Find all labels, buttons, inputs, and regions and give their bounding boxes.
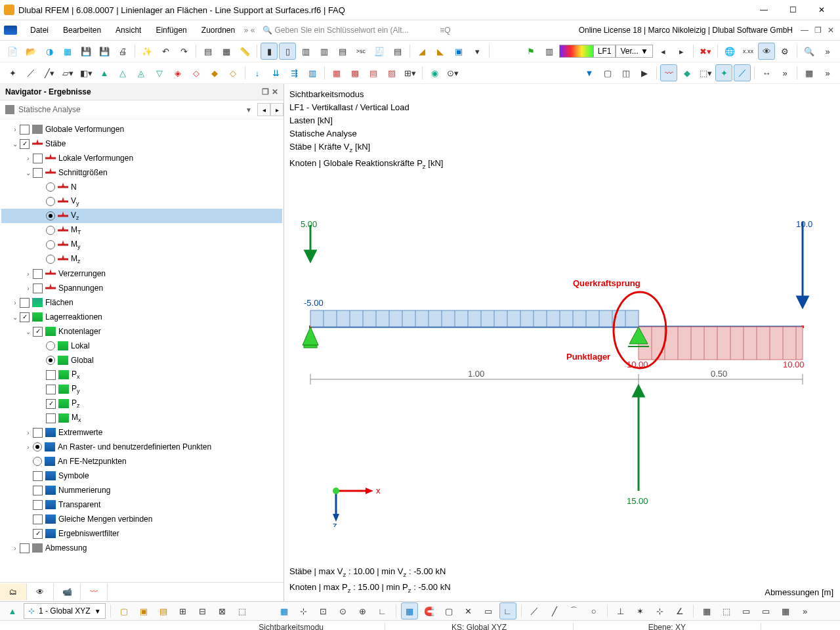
grid4-icon[interactable]: ▨ [383, 64, 400, 81]
overflow1-icon[interactable]: » [819, 43, 836, 60]
snap7-icon[interactable]: ▦ [401, 602, 418, 620]
ribbon-app-icon[interactable] [4, 26, 17, 35]
tree-item[interactable]: ›Abmessung [1, 541, 282, 555]
draw5-icon[interactable]: ⊥ [612, 602, 629, 620]
panel-b-icon[interactable]: ▯ [279, 43, 296, 60]
panel-e-icon[interactable]: ▤ [334, 43, 351, 60]
overflow3-icon[interactable]: » [819, 64, 836, 81]
snap11-icon[interactable]: ▭ [480, 602, 497, 620]
tree-item[interactable]: ⌄Knotenlager [1, 324, 282, 339]
snap6-icon[interactable]: ∟ [374, 602, 391, 620]
tree-item[interactable]: ›Lokale Verformungen [1, 151, 282, 165]
rel2-icon[interactable]: ◇ [224, 64, 242, 81]
tree-item[interactable]: Transparent [1, 497, 282, 512]
list-icon[interactable]: ▤ [389, 43, 406, 60]
draw4-icon[interactable]: ○ [585, 602, 602, 620]
filter-next-icon[interactable]: ▸ [270, 103, 284, 116]
units-icon[interactable]: 📏 [236, 43, 253, 60]
tree-item[interactable]: ›Verzerrungen [1, 266, 282, 281]
table-icon[interactable]: ▦ [218, 43, 235, 60]
load1-icon[interactable]: ↓ [249, 64, 266, 81]
grid5-icon[interactable]: ⊞▾ [402, 64, 419, 81]
tree-item[interactable]: N [1, 180, 282, 194]
dim-icon[interactable]: ↔ [758, 64, 775, 81]
node-icon[interactable]: ✦ [4, 64, 21, 81]
tree-item[interactable]: Gleiche Mengen verbinden [1, 512, 282, 526]
tree-item[interactable]: An FE-Netzpunkten [1, 454, 282, 469]
menu-ansicht[interactable]: Ansicht [109, 23, 148, 37]
snap1-icon[interactable]: ▦ [276, 602, 293, 620]
menu-bearbeiten[interactable]: Bearbeiten [56, 23, 108, 37]
sb6-icon[interactable]: ⊠ [214, 602, 231, 620]
draw13-icon[interactable]: ▦ [777, 602, 794, 620]
view1-icon[interactable]: ▢ [599, 64, 616, 81]
snap8-icon[interactable]: 🧲 [421, 602, 438, 620]
sup1-icon[interactable]: ▲ [96, 64, 113, 81]
undo-icon[interactable]: ↶ [157, 43, 174, 60]
filter-prev-icon[interactable]: ◂ [257, 103, 270, 116]
load3-icon[interactable]: ⇶ [285, 64, 303, 81]
nav-tab-results[interactable]: 〰 [81, 583, 108, 600]
sup3-icon[interactable]: ◬ [133, 64, 150, 81]
model-view[interactable]: Sichtbarkeitsmodus LF1 - Vertikallast / … [284, 84, 840, 601]
coord-system-selector[interactable]: ⊹1 - Global XYZ▼ [24, 603, 106, 619]
tree-item[interactable]: Vz [1, 209, 282, 223]
sup2-icon[interactable]: △ [114, 64, 131, 81]
hinge-icon[interactable]: ◈ [169, 64, 186, 81]
menu-zuordnen[interactable]: Zuordnen [195, 23, 242, 37]
draw3-icon[interactable]: ⌒ [566, 602, 583, 620]
panel-d-icon[interactable]: ▥ [316, 43, 333, 60]
view2-icon[interactable]: ◫ [618, 64, 635, 81]
maximize-button[interactable]: ☐ [778, 1, 807, 19]
results-tree[interactable]: ›Globale Verformungen⌄Stäbe›Lokale Verfo… [0, 119, 284, 582]
clip-icon[interactable]: ✦ [715, 64, 732, 81]
lf-next-icon[interactable]: ▸ [673, 43, 690, 60]
draw11-icon[interactable]: ▭ [738, 602, 755, 620]
tree-item[interactable]: My [1, 238, 282, 252]
lf-nav-icon[interactable]: ▥ [541, 43, 558, 60]
draw8-icon[interactable]: ∠ [671, 602, 688, 620]
tree-item[interactable]: Ergebniswertfilter [1, 526, 282, 541]
draw7-icon[interactable]: ⊹ [652, 602, 669, 620]
load4-icon[interactable]: ▥ [304, 64, 321, 81]
solid-icon[interactable]: ◧▾ [77, 64, 94, 81]
menu-overflow-icon[interactable]: » « [243, 26, 256, 35]
tree-item[interactable]: Py [1, 382, 282, 396]
save-icon[interactable]: 💾 [77, 43, 94, 60]
view-d-icon[interactable]: ▾ [469, 43, 486, 60]
tree-item[interactable]: Global [1, 353, 282, 368]
panel-a-icon[interactable]: ▮ [261, 43, 278, 60]
nav-tab-data[interactable]: 🗂 [0, 583, 27, 600]
draw1-icon[interactable]: ／ [526, 602, 543, 620]
menu-datei[interactable]: Datei [24, 23, 55, 37]
opt-icon[interactable]: ⚙ [776, 43, 793, 60]
draw12-icon[interactable]: ▭ [757, 602, 774, 620]
grid1-icon[interactable]: ▦ [328, 64, 345, 81]
tree-item[interactable]: ›Globale Verformungen [1, 122, 282, 136]
mdi-restore-icon[interactable]: ❐ [812, 26, 823, 35]
open-icon[interactable]: 📂 [22, 43, 39, 60]
tree-item[interactable]: Nummerierung [1, 483, 282, 497]
snap3-icon[interactable]: ⊡ [315, 602, 332, 620]
tree-item[interactable]: Px [1, 368, 282, 382]
block-icon[interactable]: ▦ [59, 43, 76, 60]
view-b-icon[interactable]: ◣ [432, 43, 449, 60]
tree-item[interactable]: Pz [1, 396, 282, 411]
cloud-icon[interactable]: ◑ [41, 43, 58, 60]
sb1-icon[interactable]: ▢ [116, 602, 133, 620]
saveas-icon[interactable]: 💾 [96, 43, 113, 60]
tree-item[interactable]: Vy [1, 194, 282, 209]
tree-item[interactable]: ⌄Schnittgrößen [1, 165, 282, 180]
filter-icon[interactable]: ▼ [581, 64, 598, 81]
hinge2-icon[interactable]: ◇ [188, 64, 205, 81]
report-icon[interactable]: 🧾 [371, 43, 388, 60]
overflow2-icon[interactable]: » [776, 64, 793, 81]
eye-icon[interactable]: 👁 [758, 43, 775, 60]
render-icon[interactable]: ⬚▾ [697, 64, 714, 81]
snap2-icon[interactable]: ⊹ [295, 602, 312, 620]
snap10-icon[interactable]: ✕ [460, 602, 477, 620]
tree-item[interactable]: ⌄Stäbe [1, 136, 282, 151]
grid-big-icon[interactable]: ▦ [801, 64, 818, 81]
view3-icon[interactable]: ▶ [636, 64, 653, 81]
section-icon[interactable]: ／ [734, 64, 751, 81]
